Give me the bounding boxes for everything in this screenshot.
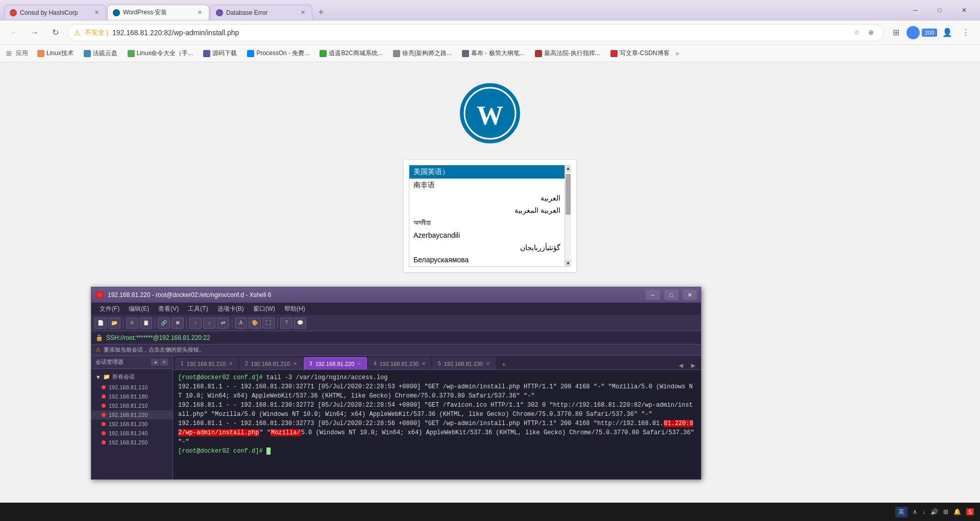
session-item-110[interactable]: 192.168.81.110 — [91, 383, 173, 392]
apps-icon[interactable]: ⊞ — [6, 49, 12, 57]
menu-button[interactable]: ⋮ — [958, 24, 974, 41]
tab-close-4[interactable]: ✕ — [422, 361, 426, 366]
scroll-thumb[interactable] — [566, 174, 571, 215]
tab-close-5[interactable]: ✕ — [486, 361, 490, 366]
tab-db[interactable]: Database Error ✕ — [210, 5, 312, 20]
menu-file[interactable]: 文件(F) — [95, 304, 124, 314]
tab-consul[interactable]: Consul by HashiCorp ✕ — [4, 5, 106, 20]
toolbar-copy[interactable]: ⎘ — [126, 317, 138, 329]
close-button[interactable]: ✕ — [952, 3, 976, 18]
session-panel-pin[interactable]: ◄ — [151, 359, 159, 366]
listbox-scrollbar[interactable]: ▲ ▼ — [565, 165, 571, 267]
bookmark-b2c[interactable]: 逍遥B2C商城系统... — [315, 47, 386, 59]
toolbar-paste[interactable]: 📋 — [140, 317, 152, 329]
tray-notification[interactable]: 🔔 — [953, 508, 961, 515]
session-item-180[interactable]: 192.168.81.180 — [91, 392, 173, 401]
toolbar-color[interactable]: 🎨 — [249, 317, 261, 329]
menu-window[interactable]: 窗口(W) — [249, 304, 279, 314]
xshell-minimize[interactable]: ─ — [646, 290, 660, 300]
tray-volume[interactable]: 🔊 — [930, 508, 938, 515]
profile-button[interactable]: 👤 — [939, 24, 955, 41]
toolbar-chat[interactable]: 💬 — [294, 317, 306, 329]
scroll-down[interactable]: ▼ — [565, 260, 571, 267]
bookmark-yunpan[interactable]: 法硫云盘 — [80, 47, 121, 59]
bookmark-court[interactable]: 最高法院-执行指挥... — [531, 47, 604, 59]
tray-grid[interactable]: ⊞ — [943, 508, 948, 515]
lang-ar[interactable]: العربية — [409, 192, 565, 204]
toolbar-disconnect[interactable]: ✖ — [172, 317, 184, 329]
refresh-button[interactable]: ↻ — [47, 24, 63, 41]
tab-prev[interactable]: ◄ — [675, 361, 687, 369]
terminal-screen[interactable]: [root@docker02 conf.d]# tail -3 /var/log… — [173, 370, 701, 479]
bookmark-xuliang[interactable]: 徐亮|架构师之路... — [389, 47, 456, 59]
terminal-tab-add[interactable]: + — [499, 359, 509, 369]
lang-ar-ma[interactable]: العربية المغربية — [409, 204, 565, 216]
lang-be[interactable]: Беларускаямова — [409, 254, 565, 266]
toolbar-open[interactable]: 📂 — [108, 317, 120, 329]
tab-close-1[interactable]: ✕ — [229, 361, 233, 366]
tray-network[interactable]: ↓ — [922, 508, 925, 515]
menu-tools[interactable]: 工具(T) — [184, 304, 212, 314]
menu-edit[interactable]: 编辑(E) — [125, 304, 153, 314]
session-item-210[interactable]: 192.168.81.210 — [91, 401, 173, 410]
lang-az[interactable]: Azerbaycandili — [409, 229, 565, 241]
bookmarks-more[interactable]: » — [676, 50, 679, 57]
language-listbox[interactable]: 美国英语） 南非语 العربية العربية المغربية অসমীয… — [409, 165, 565, 267]
terminal-tab-4[interactable]: 4 192.168.81.230 ✕ — [368, 357, 431, 369]
terminal-tab-1[interactable]: 1 192.168.81.210 ✕ — [175, 357, 238, 369]
back-button[interactable]: ← — [6, 24, 22, 41]
tray-lang[interactable]: 英 — [895, 507, 908, 517]
terminal-tab-3[interactable]: 3 192.168.81.220 ✕ — [304, 357, 367, 369]
tab-close-2[interactable]: ✕ — [293, 361, 297, 366]
lang-en-us[interactable]: 美国英语） — [409, 165, 565, 179]
toolbar-new[interactable]: 📄 — [94, 317, 107, 329]
bookmark-processon[interactable]: ProcessOn - 免费... — [243, 47, 313, 59]
lang-az-ir[interactable]: گؤنئيأزربايجان — [409, 241, 565, 254]
menu-help[interactable]: 帮助(H) — [280, 304, 309, 314]
extensions-button[interactable]: ⊞ — [888, 24, 904, 41]
tab-wp-close[interactable]: ✕ — [195, 9, 204, 17]
bookmark-csdn[interactable]: 写文章-CSDN博客 — [606, 47, 674, 59]
address-bar[interactable]: ⚠ 不安全 | 192.168.81.220:82/wp-admin/insta… — [67, 24, 884, 41]
toolbar-connect[interactable]: 🔗 — [158, 317, 170, 329]
xshell-close[interactable]: ✕ — [682, 290, 697, 300]
tab-db-close[interactable]: ✕ — [299, 9, 307, 17]
toolbar-font[interactable]: A — [235, 317, 247, 329]
bookmark-commands[interactable]: Linux命令大全（手... — [124, 47, 198, 59]
minimize-button[interactable]: ─ — [903, 3, 927, 18]
session-item-250[interactable]: 192.168.81.250 — [91, 438, 173, 447]
bookmark-mubu[interactable]: 幕布 - 极简大纲笔... — [458, 47, 529, 59]
terminal-tab-5[interactable]: 5 192.168.81.230 ✕ — [432, 357, 496, 369]
terminal-tab-2[interactable]: 2 192.168.81.210 ✕ — [239, 357, 303, 369]
session-item-230[interactable]: 192.168.81.230 — [91, 419, 173, 429]
bookmark-apps[interactable]: 应用 — [16, 49, 28, 58]
new-tab-button[interactable]: + — [313, 5, 329, 20]
scroll-up[interactable]: ▲ — [565, 165, 571, 172]
session-item-240[interactable]: 192.168.81.240 — [91, 429, 173, 438]
tab-close-3[interactable]: ✕ — [357, 361, 361, 366]
tray-up-icon[interactable]: ∧ — [913, 508, 917, 515]
toolbar-help[interactable]: ? — [280, 317, 292, 329]
star-icon[interactable]: ☆ — [851, 27, 863, 39]
profile-icon[interactable] — [906, 26, 920, 39]
toolbar-fullscreen[interactable]: ⛶ — [262, 317, 275, 329]
translate-icon[interactable]: ⊕ — [865, 27, 877, 39]
toolbar-upload[interactable]: ↑ — [189, 317, 202, 329]
menu-tabs[interactable]: 选项卡(B) — [213, 304, 248, 314]
menu-view[interactable]: 查看(V) — [154, 304, 183, 314]
lang-as[interactable]: অসমীয়া — [409, 216, 565, 229]
bookmark-source[interactable]: 源码下载 — [199, 47, 241, 59]
tab-consul-close[interactable]: ✕ — [92, 9, 101, 17]
toolbar-sftp[interactable]: ⇄ — [217, 317, 229, 329]
forward-button[interactable]: → — [27, 24, 43, 41]
toolbar-download[interactable]: ↓ — [203, 317, 215, 329]
tab-wp[interactable]: WordPress·安装 ✕ — [107, 5, 209, 20]
maximize-button[interactable]: □ — [928, 3, 951, 18]
bookmark-linux[interactable]: Linux技术 — [33, 47, 78, 59]
xshell-maximize[interactable]: □ — [664, 290, 678, 300]
language-list[interactable]: 美国英语） 南非语 العربية العربية المغربية অসমীয… — [409, 165, 565, 267]
session-group-header[interactable]: ▼ 📁 所有会话 — [91, 371, 173, 383]
tab-next[interactable]: ► — [688, 361, 699, 369]
session-item-220[interactable]: 192.168.81.220 — [91, 410, 173, 419]
lang-af[interactable]: 南非语 — [409, 179, 565, 192]
